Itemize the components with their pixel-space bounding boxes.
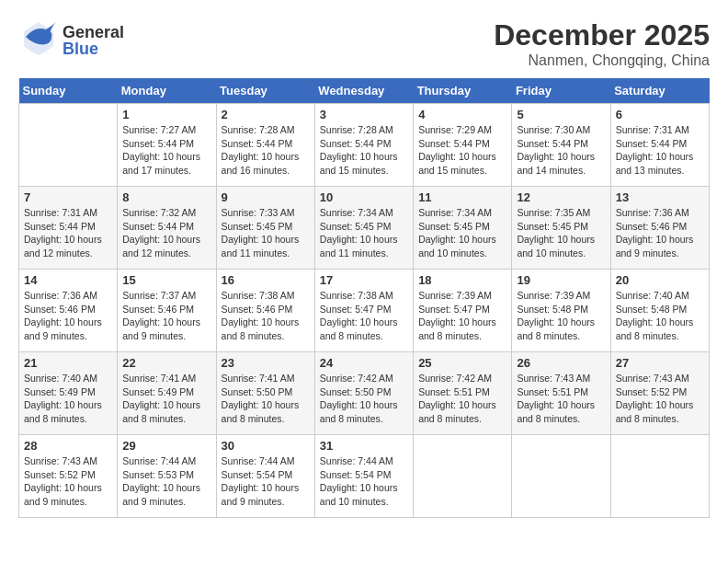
calendar-week-4: 21Sunrise: 7:40 AM Sunset: 5:49 PM Dayli… xyxy=(19,352,710,435)
day-info: Sunrise: 7:29 AM Sunset: 5:44 PM Dayligh… xyxy=(418,123,506,178)
calendar-cell xyxy=(512,435,610,518)
day-number: 14 xyxy=(24,273,112,287)
calendar-week-2: 7Sunrise: 7:31 AM Sunset: 5:44 PM Daylig… xyxy=(19,187,710,270)
day-info: Sunrise: 7:44 AM Sunset: 5:54 PM Dayligh… xyxy=(320,454,408,509)
day-info: Sunrise: 7:34 AM Sunset: 5:45 PM Dayligh… xyxy=(418,206,506,260)
calendar-cell: 7Sunrise: 7:31 AM Sunset: 5:44 PM Daylig… xyxy=(19,187,118,270)
day-number: 3 xyxy=(320,108,408,121)
day-number: 23 xyxy=(222,356,310,370)
calendar-cell: 25Sunrise: 7:42 AM Sunset: 5:51 PM Dayli… xyxy=(414,352,512,435)
day-info: Sunrise: 7:30 AM Sunset: 5:44 PM Dayligh… xyxy=(517,123,605,178)
logo-icon xyxy=(18,18,59,63)
calendar-cell: 11Sunrise: 7:34 AM Sunset: 5:45 PM Dayli… xyxy=(414,187,512,270)
calendar-cell xyxy=(610,435,709,518)
day-info: Sunrise: 7:32 AM Sunset: 5:44 PM Dayligh… xyxy=(122,206,210,260)
header-row: Sunday Monday Tuesday Wednesday Thursday… xyxy=(19,78,710,104)
day-number: 2 xyxy=(222,108,310,121)
day-number: 27 xyxy=(616,356,704,370)
day-info: Sunrise: 7:28 AM Sunset: 5:44 PM Dayligh… xyxy=(222,123,310,178)
col-thursday: Thursday xyxy=(414,78,512,104)
calendar-cell: 30Sunrise: 7:44 AM Sunset: 5:54 PM Dayli… xyxy=(216,435,314,518)
day-info: Sunrise: 7:42 AM Sunset: 5:51 PM Dayligh… xyxy=(418,372,506,426)
day-info: Sunrise: 7:42 AM Sunset: 5:50 PM Dayligh… xyxy=(320,372,408,426)
col-sunday: Sunday xyxy=(19,78,118,104)
calendar-cell: 24Sunrise: 7:42 AM Sunset: 5:50 PM Dayli… xyxy=(314,352,413,435)
col-tuesday: Tuesday xyxy=(216,78,314,104)
title-block: December 2025 Nanmen, Chongqing, China xyxy=(494,18,710,69)
day-info: Sunrise: 7:39 AM Sunset: 5:47 PM Dayligh… xyxy=(418,289,506,343)
calendar-cell: 1Sunrise: 7:27 AM Sunset: 5:44 PM Daylig… xyxy=(118,104,216,187)
calendar-cell: 28Sunrise: 7:43 AM Sunset: 5:52 PM Dayli… xyxy=(19,435,118,518)
calendar-header: Sunday Monday Tuesday Wednesday Thursday… xyxy=(19,78,710,104)
day-number: 17 xyxy=(320,273,408,287)
day-number: 28 xyxy=(24,439,112,453)
subtitle: Nanmen, Chongqing, China xyxy=(494,52,710,69)
calendar-cell: 26Sunrise: 7:43 AM Sunset: 5:51 PM Dayli… xyxy=(512,352,610,435)
day-number: 24 xyxy=(320,356,408,370)
day-number: 29 xyxy=(122,439,210,453)
day-number: 10 xyxy=(320,190,408,204)
day-number: 26 xyxy=(517,356,605,370)
calendar-week-5: 28Sunrise: 7:43 AM Sunset: 5:52 PM Dayli… xyxy=(19,435,710,518)
logo-text-block: General Blue xyxy=(63,24,124,57)
day-number: 15 xyxy=(122,273,210,287)
calendar-cell: 12Sunrise: 7:35 AM Sunset: 5:45 PM Dayli… xyxy=(512,187,610,270)
calendar-cell: 3Sunrise: 7:28 AM Sunset: 5:44 PM Daylig… xyxy=(314,104,413,187)
day-info: Sunrise: 7:38 AM Sunset: 5:46 PM Dayligh… xyxy=(222,289,310,343)
logo-general-text: General xyxy=(63,24,124,40)
calendar-cell: 19Sunrise: 7:39 AM Sunset: 5:48 PM Dayli… xyxy=(512,270,610,352)
calendar-cell: 20Sunrise: 7:40 AM Sunset: 5:48 PM Dayli… xyxy=(610,270,709,352)
calendar-cell: 14Sunrise: 7:36 AM Sunset: 5:46 PM Dayli… xyxy=(19,270,118,352)
col-saturday: Saturday xyxy=(610,78,709,104)
calendar-cell: 6Sunrise: 7:31 AM Sunset: 5:44 PM Daylig… xyxy=(610,104,709,187)
calendar-body: 1Sunrise: 7:27 AM Sunset: 5:44 PM Daylig… xyxy=(19,104,710,518)
logo-blue-text: Blue xyxy=(63,40,124,57)
day-info: Sunrise: 7:35 AM Sunset: 5:45 PM Dayligh… xyxy=(517,206,605,260)
day-info: Sunrise: 7:36 AM Sunset: 5:46 PM Dayligh… xyxy=(616,206,704,260)
day-number: 5 xyxy=(517,108,605,121)
day-number: 18 xyxy=(418,273,506,287)
calendar-cell: 9Sunrise: 7:33 AM Sunset: 5:45 PM Daylig… xyxy=(216,187,314,270)
calendar-cell: 8Sunrise: 7:32 AM Sunset: 5:44 PM Daylig… xyxy=(118,187,216,270)
calendar-cell: 15Sunrise: 7:37 AM Sunset: 5:46 PM Dayli… xyxy=(118,270,216,352)
day-number: 19 xyxy=(517,273,605,287)
calendar-table: Sunday Monday Tuesday Wednesday Thursday… xyxy=(18,78,710,518)
calendar-cell: 17Sunrise: 7:38 AM Sunset: 5:47 PM Dayli… xyxy=(314,270,413,352)
day-info: Sunrise: 7:40 AM Sunset: 5:49 PM Dayligh… xyxy=(24,372,112,426)
day-number: 20 xyxy=(616,273,704,287)
day-info: Sunrise: 7:40 AM Sunset: 5:48 PM Dayligh… xyxy=(616,289,704,343)
day-number: 13 xyxy=(616,190,704,204)
col-monday: Monday xyxy=(118,78,216,104)
day-number: 25 xyxy=(418,356,506,370)
day-info: Sunrise: 7:43 AM Sunset: 5:51 PM Dayligh… xyxy=(517,372,605,426)
calendar-cell: 22Sunrise: 7:41 AM Sunset: 5:49 PM Dayli… xyxy=(118,352,216,435)
main-title: December 2025 xyxy=(494,18,710,52)
day-number: 7 xyxy=(24,190,112,204)
day-number: 30 xyxy=(222,439,310,453)
day-number: 31 xyxy=(320,439,408,453)
day-info: Sunrise: 7:28 AM Sunset: 5:44 PM Dayligh… xyxy=(320,123,408,178)
day-number: 4 xyxy=(418,108,506,121)
calendar-week-1: 1Sunrise: 7:27 AM Sunset: 5:44 PM Daylig… xyxy=(19,104,710,187)
calendar-cell: 13Sunrise: 7:36 AM Sunset: 5:46 PM Dayli… xyxy=(610,187,709,270)
day-info: Sunrise: 7:44 AM Sunset: 5:54 PM Dayligh… xyxy=(222,454,310,509)
day-info: Sunrise: 7:34 AM Sunset: 5:45 PM Dayligh… xyxy=(320,206,408,260)
day-info: Sunrise: 7:37 AM Sunset: 5:46 PM Dayligh… xyxy=(122,289,210,343)
calendar-cell: 23Sunrise: 7:41 AM Sunset: 5:50 PM Dayli… xyxy=(216,352,314,435)
day-number: 1 xyxy=(122,108,210,121)
calendar-cell: 21Sunrise: 7:40 AM Sunset: 5:49 PM Dayli… xyxy=(19,352,118,435)
page-header: General Blue December 2025 Nanmen, Chong… xyxy=(18,18,710,69)
day-number: 16 xyxy=(222,273,310,287)
day-info: Sunrise: 7:41 AM Sunset: 5:50 PM Dayligh… xyxy=(222,372,310,426)
day-info: Sunrise: 7:44 AM Sunset: 5:53 PM Dayligh… xyxy=(122,454,210,509)
calendar-cell: 31Sunrise: 7:44 AM Sunset: 5:54 PM Dayli… xyxy=(314,435,413,518)
day-info: Sunrise: 7:39 AM Sunset: 5:48 PM Dayligh… xyxy=(517,289,605,343)
day-info: Sunrise: 7:38 AM Sunset: 5:47 PM Dayligh… xyxy=(320,289,408,343)
day-number: 9 xyxy=(222,190,310,204)
calendar-cell xyxy=(19,104,118,187)
day-number: 6 xyxy=(616,108,704,121)
day-info: Sunrise: 7:43 AM Sunset: 5:52 PM Dayligh… xyxy=(24,454,112,509)
col-friday: Friday xyxy=(512,78,610,104)
col-wednesday: Wednesday xyxy=(314,78,413,104)
logo: General Blue xyxy=(18,18,124,63)
